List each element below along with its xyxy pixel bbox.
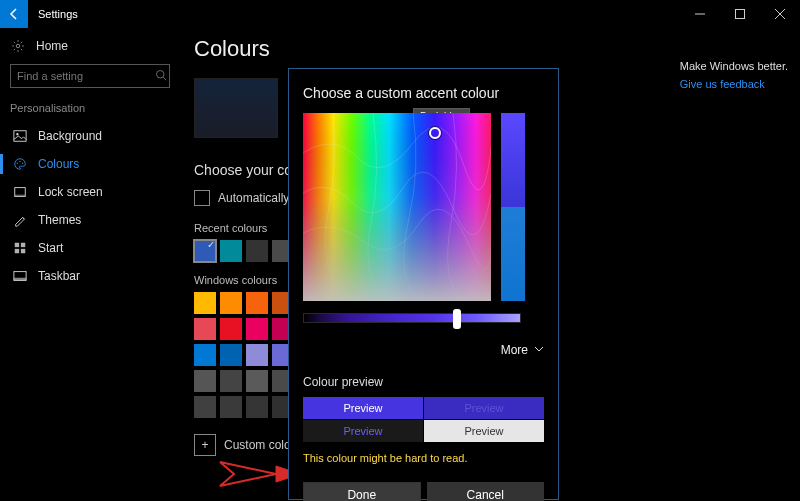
- lock-icon: [12, 184, 28, 200]
- start-icon: [12, 240, 28, 256]
- spectrum-cursor[interactable]: [429, 127, 441, 139]
- windows-colour-swatch[interactable]: [220, 292, 242, 314]
- preview-cell: Preview: [303, 420, 423, 442]
- windows-colour-swatch[interactable]: [220, 370, 242, 392]
- search-icon: [155, 69, 167, 84]
- sidebar-item-start[interactable]: Start: [10, 234, 170, 262]
- search-input-wrapper[interactable]: [10, 64, 170, 88]
- feedback-rail: Make Windows better. Give us feedback: [680, 60, 788, 90]
- sidebar-item-label: Background: [38, 129, 102, 143]
- custom-colour-dialog: Choose a custom accent colour Dark blue: [288, 68, 559, 500]
- sidebar-item-lock-screen[interactable]: Lock screen: [10, 178, 170, 206]
- window-title: Settings: [28, 8, 78, 20]
- colour-spectrum[interactable]: [303, 113, 491, 301]
- dialog-title: Choose a custom accent colour: [303, 85, 544, 101]
- done-button[interactable]: Done: [303, 482, 421, 501]
- sidebar-item-label: Colours: [38, 157, 79, 171]
- chevron-down-icon: [534, 343, 544, 357]
- home-label: Home: [36, 39, 68, 53]
- recent-colour-swatch[interactable]: [220, 240, 242, 262]
- themes-icon: [12, 212, 28, 228]
- sidebar-item-background[interactable]: Background: [10, 122, 170, 150]
- back-button[interactable]: [0, 0, 28, 28]
- svg-line-4: [163, 77, 166, 80]
- windows-colour-swatch[interactable]: [194, 370, 216, 392]
- close-icon: [775, 9, 785, 19]
- sidebar: Home Personalisation BackgroundColoursLo…: [0, 28, 180, 296]
- windows-colour-swatch[interactable]: [220, 396, 242, 418]
- minimize-icon: [695, 9, 705, 19]
- minimize-button[interactable]: [680, 0, 720, 28]
- colour-preview-grid: Preview Preview Preview Preview: [303, 397, 544, 442]
- windows-colour-swatch[interactable]: [246, 292, 268, 314]
- svg-rect-11: [15, 195, 26, 197]
- sidebar-item-label: Taskbar: [38, 269, 80, 283]
- sidebar-item-label: Themes: [38, 213, 81, 227]
- svg-point-3: [157, 70, 165, 78]
- preview-cell: Preview: [424, 420, 544, 442]
- image-icon: [12, 128, 28, 144]
- windows-colour-swatch[interactable]: [194, 396, 216, 418]
- palette-icon: [12, 156, 28, 172]
- maximize-button[interactable]: [720, 0, 760, 28]
- cancel-button[interactable]: Cancel: [427, 482, 545, 501]
- plus-icon: +: [194, 434, 216, 456]
- page-title: Colours: [194, 36, 800, 62]
- preview-cell: Preview: [424, 397, 544, 419]
- preview-desktop: [194, 78, 278, 138]
- svg-rect-19: [303, 113, 491, 301]
- sidebar-item-taskbar[interactable]: Taskbar: [10, 262, 170, 290]
- gear-icon: [10, 38, 26, 54]
- preview-cell: Preview: [303, 397, 423, 419]
- maximize-icon: [735, 9, 745, 19]
- hue-slider[interactable]: [303, 313, 521, 323]
- svg-point-6: [16, 133, 18, 135]
- windows-colour-swatch[interactable]: [220, 318, 242, 340]
- windows-colour-swatch[interactable]: [194, 344, 216, 366]
- svg-rect-12: [15, 243, 19, 247]
- svg-rect-15: [21, 249, 25, 253]
- svg-point-2: [16, 44, 20, 48]
- svg-rect-13: [21, 243, 25, 247]
- windows-colour-swatch[interactable]: [246, 370, 268, 392]
- sidebar-item-label: Start: [38, 241, 63, 255]
- feedback-heading: Make Windows better.: [680, 60, 788, 72]
- windows-colour-swatch[interactable]: [246, 344, 268, 366]
- recent-colour-swatch[interactable]: [246, 240, 268, 262]
- taskbar-icon: [12, 268, 28, 284]
- recent-colour-swatch[interactable]: [194, 240, 216, 262]
- colour-preview-label: Colour preview: [303, 375, 544, 389]
- arrow-left-icon: [7, 7, 21, 21]
- svg-rect-14: [15, 249, 19, 253]
- svg-rect-1: [736, 10, 745, 19]
- close-button[interactable]: [760, 0, 800, 28]
- svg-point-8: [19, 161, 20, 162]
- home-nav[interactable]: Home: [10, 34, 170, 64]
- windows-colour-swatch[interactable]: [194, 292, 216, 314]
- sidebar-item-themes[interactable]: Themes: [10, 206, 170, 234]
- checkbox-icon: [194, 190, 210, 206]
- readability-warning: This colour might be hard to read.: [303, 452, 544, 464]
- svg-rect-5: [14, 131, 26, 142]
- feedback-link[interactable]: Give us feedback: [680, 78, 788, 90]
- more-toggle[interactable]: More: [303, 343, 544, 357]
- windows-colour-swatch[interactable]: [246, 396, 268, 418]
- search-input[interactable]: [17, 70, 155, 82]
- sidebar-section-label: Personalisation: [10, 102, 170, 114]
- svg-rect-17: [14, 278, 26, 281]
- sidebar-item-label: Lock screen: [38, 185, 103, 199]
- sidebar-item-colours[interactable]: Colours: [10, 150, 170, 178]
- windows-colour-swatch[interactable]: [194, 318, 216, 340]
- svg-point-9: [22, 162, 23, 163]
- windows-colour-swatch[interactable]: [246, 318, 268, 340]
- more-label: More: [501, 343, 528, 357]
- svg-point-7: [17, 162, 18, 163]
- slider-thumb[interactable]: [453, 309, 461, 329]
- windows-colour-swatch[interactable]: [220, 344, 242, 366]
- brightness-bar[interactable]: [501, 113, 525, 301]
